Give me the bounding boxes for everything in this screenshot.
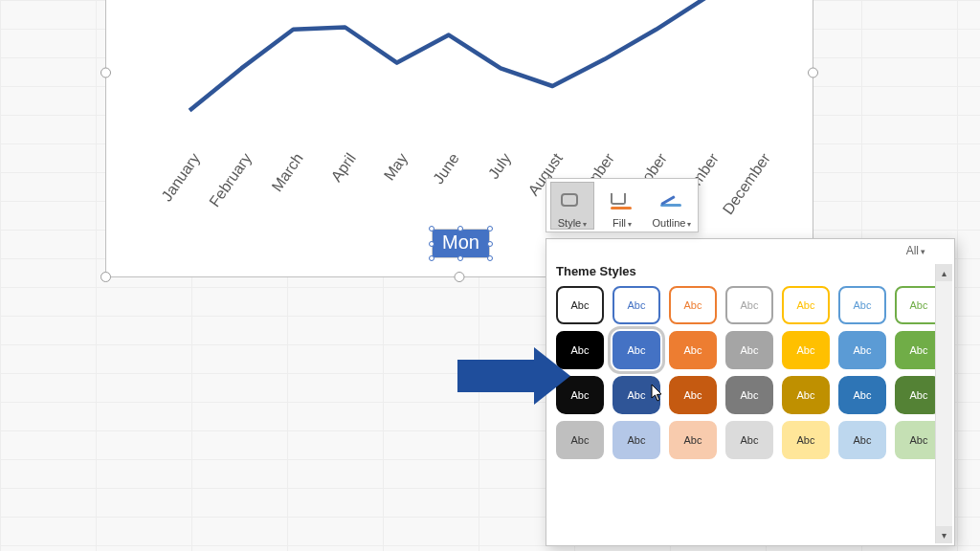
- shape-style-button[interactable]: Style▾: [550, 182, 594, 230]
- resize-handle[interactable]: [100, 272, 111, 282]
- theme-style-swatch[interactable]: Abc: [838, 286, 886, 324]
- scroll-down-button[interactable]: ▾: [936, 526, 952, 543]
- resize-handle[interactable]: [455, 272, 465, 282]
- resize-handle[interactable]: [100, 68, 111, 78]
- theme-style-swatch[interactable]: Abc: [782, 331, 830, 369]
- theme-style-swatch[interactable]: Abc: [782, 286, 830, 324]
- theme-style-swatch[interactable]: Abc: [725, 331, 773, 369]
- theme-style-swatch[interactable]: Abc: [725, 376, 773, 414]
- theme-style-swatch[interactable]: Abc: [669, 331, 717, 369]
- theme-style-swatch[interactable]: Abc: [612, 376, 660, 414]
- theme-style-swatch[interactable]: Abc: [725, 286, 773, 324]
- theme-styles-flyout: All▾ Theme Styles AbcAbcAbcAbcAbcAbcAbcA…: [546, 238, 955, 546]
- shape-fill-button[interactable]: Fill▾: [600, 182, 644, 230]
- theme-style-swatch[interactable]: Abc: [838, 376, 886, 414]
- chart-object[interactable]: Sales 050100150200250 JanuaryFebruaryMar…: [105, 0, 813, 277]
- chart-title[interactable]: Mon: [432, 229, 490, 258]
- theme-style-swatch[interactable]: Abc: [556, 421, 604, 459]
- chart-title-text: Mon: [442, 231, 479, 253]
- button-label: Outline: [653, 217, 686, 229]
- scroll-up-button[interactable]: ▴: [936, 264, 952, 281]
- theme-style-swatch[interactable]: Abc: [669, 421, 717, 459]
- flyout-heading: Theme Styles: [546, 262, 954, 286]
- dropdown-label: All: [906, 244, 919, 257]
- theme-style-swatch[interactable]: Abc: [612, 421, 660, 459]
- theme-style-swatch[interactable]: Abc: [669, 286, 717, 324]
- theme-style-swatch[interactable]: Abc: [612, 286, 660, 324]
- theme-style-swatch[interactable]: Abc: [782, 376, 830, 414]
- callout-arrow: [457, 360, 570, 405]
- theme-style-swatch[interactable]: Abc: [612, 331, 660, 369]
- shape-outline-button[interactable]: Outline▾: [650, 182, 694, 230]
- line-series: [164, 0, 786, 135]
- scrollbar[interactable]: ▴ ▾: [935, 264, 952, 543]
- theme-style-swatch[interactable]: Abc: [725, 421, 773, 459]
- theme-style-swatch[interactable]: Abc: [669, 376, 717, 414]
- theme-style-swatch[interactable]: Abc: [838, 331, 886, 369]
- theme-style-grid: AbcAbcAbcAbcAbcAbcAbcAbcAbcAbcAbcAbcAbcA…: [546, 286, 954, 459]
- button-label: Style: [558, 217, 581, 229]
- resize-handle[interactable]: [808, 68, 818, 78]
- theme-style-swatch[interactable]: Abc: [838, 421, 886, 459]
- theme-style-swatch[interactable]: Abc: [556, 286, 604, 324]
- shape-mini-toolbar: Style▾ Fill▾ Outline▾: [546, 178, 699, 232]
- all-styles-dropdown[interactable]: All▾: [906, 244, 925, 257]
- theme-style-swatch[interactable]: Abc: [782, 421, 830, 459]
- button-label: Fill: [612, 217, 626, 229]
